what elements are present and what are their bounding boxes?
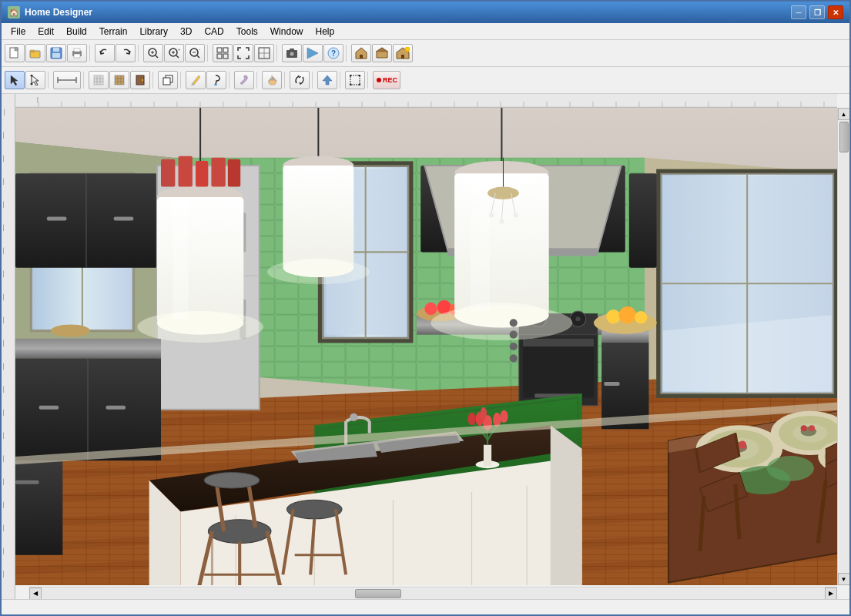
paint-tool[interactable]	[206, 71, 226, 89]
svg-rect-169	[39, 406, 59, 410]
svg-point-289	[510, 343, 518, 350]
scroll-track-horizontal[interactable]	[42, 588, 825, 599]
scroll-thumb-horizontal[interactable]	[355, 589, 401, 598]
house-3d-button[interactable]	[372, 44, 392, 62]
save-button[interactable]	[46, 44, 66, 62]
render-button[interactable]	[303, 44, 323, 62]
wall-tool[interactable]	[109, 71, 129, 89]
rotate-tool[interactable]	[290, 71, 310, 89]
grid-toggle[interactable]	[89, 71, 109, 89]
scroll-thumb-vertical[interactable]	[839, 122, 849, 152]
menu-terrain[interactable]: Terrain	[93, 25, 134, 38]
menu-bar: File Edit Build Terrain Library 3D CAD T…	[2, 23, 849, 40]
close-button[interactable]: ✕	[828, 5, 843, 19]
undo-button[interactable]	[95, 44, 115, 62]
zoom-out-button[interactable]: -	[185, 44, 205, 62]
svg-point-208	[350, 413, 357, 421]
tile-view-button[interactable]	[254, 44, 274, 62]
select-tool[interactable]	[5, 71, 25, 89]
svg-text:-: -	[199, 47, 200, 52]
scroll-down-arrow[interactable]: ▼	[838, 573, 850, 585]
menu-file[interactable]: File	[5, 25, 32, 38]
main-window: 🏠 Home Designer ─ ❐ ✕ File Edit Build Te…	[0, 0, 851, 616]
svg-line-19	[197, 55, 199, 58]
svg-point-298	[514, 213, 518, 217]
restore-button[interactable]: ❐	[809, 5, 825, 19]
svg-rect-22	[217, 48, 222, 52]
svg-rect-170	[106, 406, 126, 410]
svg-point-189	[635, 311, 647, 323]
svg-point-220	[467, 413, 475, 425]
svg-marker-66	[323, 75, 332, 85]
copy-tool[interactable]	[158, 71, 178, 89]
pencil-tool[interactable]	[186, 71, 206, 89]
3d-viewport[interactable]	[15, 108, 849, 585]
svg-text:|: |	[37, 96, 39, 102]
open-button[interactable]	[25, 44, 45, 62]
sep-8	[152, 72, 156, 89]
help-button[interactable]: ?	[323, 44, 343, 62]
sep-13	[312, 72, 315, 89]
move-up-tool[interactable]	[317, 71, 337, 89]
minimize-button[interactable]: ─	[791, 5, 806, 19]
sep-3	[207, 45, 210, 62]
svg-rect-24	[217, 54, 222, 59]
svg-rect-4	[53, 48, 59, 52]
menu-cad[interactable]: CAD	[198, 25, 230, 38]
menu-build[interactable]: Build	[60, 25, 93, 38]
menu-library[interactable]: Library	[133, 25, 174, 38]
sep-4	[276, 45, 280, 62]
scroll-left-arrow[interactable]: ◀	[29, 588, 42, 600]
svg-rect-166	[15, 339, 161, 359]
eyedropper-tool[interactable]	[234, 71, 254, 89]
svg-point-252	[431, 306, 572, 340]
sep-6	[48, 72, 51, 89]
measure-tool[interactable]	[53, 71, 81, 89]
svg-point-68	[350, 75, 352, 77]
scroll-up-arrow[interactable]: ▲	[838, 108, 850, 120]
transform-tool[interactable]	[345, 71, 365, 89]
redo-button[interactable]	[116, 44, 136, 62]
svg-point-173	[424, 303, 437, 315]
svg-rect-210	[484, 445, 491, 467]
hand-tool[interactable]	[262, 71, 282, 89]
menu-help[interactable]: Help	[309, 25, 340, 38]
svg-rect-183	[523, 339, 594, 346]
new-button[interactable]	[5, 44, 25, 62]
svg-rect-8	[74, 54, 80, 58]
view-all-button[interactable]	[213, 44, 233, 62]
print-button[interactable]	[67, 44, 87, 62]
scroll-right-arrow[interactable]: ▶	[825, 588, 837, 600]
house-camera-button[interactable]	[393, 44, 413, 62]
poly-select-tool[interactable]	[25, 71, 45, 89]
svg-point-297	[499, 219, 504, 223]
svg-point-188	[619, 306, 636, 323]
toolbar-area-2: REC	[2, 67, 849, 94]
record-button[interactable]: REC	[373, 71, 400, 89]
svg-rect-253	[471, 177, 491, 311]
toolbar-row-1: + - ?	[5, 42, 846, 65]
svg-point-180	[575, 316, 580, 321]
svg-marker-42	[11, 75, 18, 85]
svg-point-60	[142, 79, 143, 81]
camera-button[interactable]	[282, 44, 302, 62]
svg-text:+: +	[178, 47, 180, 52]
zoom-fit-button[interactable]	[143, 44, 163, 62]
house-2d-button[interactable]	[351, 44, 371, 62]
vertical-scrollbar[interactable]: ▲ ▼	[837, 108, 849, 585]
door-tool[interactable]	[130, 71, 150, 89]
scroll-track-vertical[interactable]	[839, 120, 849, 573]
zoom-in-button[interactable]: +	[164, 44, 184, 62]
menu-3d[interactable]: 3D	[174, 25, 198, 38]
left-ruler: │ │ │ │ │ │ │ │ │ │ │ │ │ │ │ │ │ │ │ │	[2, 94, 15, 599]
fit-view-button[interactable]	[233, 44, 253, 62]
menu-window[interactable]: Window	[264, 25, 310, 38]
menu-tools[interactable]: Tools	[230, 25, 264, 38]
viewport-container: |	[15, 94, 849, 599]
svg-point-45	[31, 83, 33, 85]
svg-rect-242	[173, 201, 188, 319]
menu-edit[interactable]: Edit	[32, 25, 60, 38]
svg-point-288	[510, 331, 518, 339]
sep-7	[83, 72, 86, 89]
horizontal-scrollbar[interactable]: ◀ ▶	[29, 587, 837, 599]
